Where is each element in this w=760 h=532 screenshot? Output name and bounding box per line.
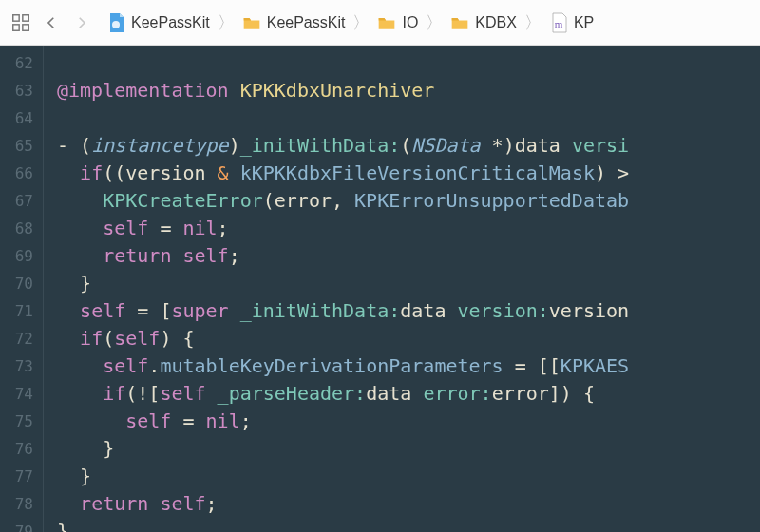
code-line[interactable]: - (instancetype)_initWithData:(NSData *)… [57,132,629,160]
line-number: 79 [6,518,33,532]
line-number: 68 [6,215,33,242]
svg-text:m: m [555,18,563,29]
code-line[interactable]: if((version & kKPKKdbxFileVersionCritica… [57,160,629,187]
chevron-right-icon: 〉 [424,11,445,34]
code-editor[interactable]: 626364656667686970717273747576777879 @im… [0,46,760,532]
code-line[interactable]: } [57,463,629,490]
line-number: 78 [6,490,33,518]
breadcrumb-item-file[interactable]: m KP [545,10,598,36]
breadcrumb-label: KeePassKit [267,14,346,31]
code-line[interactable]: @implementation KPKKdbxUnarchiver [57,77,629,104]
line-gutter: 626364656667686970717273747576777879 [0,46,44,532]
line-number: 69 [6,242,33,270]
svg-rect-3 [23,24,28,29]
line-number: 62 [6,49,33,77]
breadcrumb-item-project[interactable]: KeePassKit [103,10,214,36]
code-line[interactable]: self = [super _initWithData:data version… [57,297,629,325]
forward-button[interactable] [68,10,95,36]
line-number: 75 [6,408,33,435]
code-line[interactable] [57,104,629,132]
svg-rect-0 [13,14,19,20]
line-number: 66 [6,160,33,187]
line-number: 74 [6,380,33,408]
code-line[interactable] [57,49,629,77]
code-line[interactable]: } [57,270,629,297]
line-number: 67 [6,187,33,215]
line-number: 64 [6,104,33,132]
chevron-right-icon: 〉 [216,11,237,34]
breadcrumb-label: IO [402,14,418,31]
code-line[interactable]: } [57,435,629,463]
line-number: 63 [6,77,33,104]
line-number: 65 [6,132,33,160]
line-number: 71 [6,297,33,325]
chevron-right-icon: 〉 [522,11,543,34]
folder-icon [377,11,396,34]
code-line[interactable]: } [57,518,629,532]
breadcrumb-label: KP [574,14,594,31]
line-number: 73 [6,352,33,380]
folder-icon [450,11,469,34]
breadcrumb-item-folder[interactable]: IO [373,10,422,36]
app-icon [106,11,125,34]
folder-icon [242,11,261,34]
toolbar: KeePassKit 〉 KeePassKit 〉 IO 〉 KDBX 〉 [0,0,760,46]
back-button[interactable] [38,10,65,36]
code-line[interactable]: if(self) { [57,325,629,352]
line-number: 76 [6,435,33,463]
svg-point-4 [112,21,120,28]
code-line[interactable]: return self; [57,490,629,518]
code-area[interactable]: @implementation KPKKdbxUnarchiver - (ins… [44,46,629,532]
line-number: 72 [6,325,33,352]
code-line[interactable]: self.mutableKeyDerivationParameters = [[… [57,352,629,380]
line-number: 77 [6,463,33,490]
breadcrumb: KeePassKit 〉 KeePassKit 〉 IO 〉 KDBX 〉 [103,10,598,36]
breadcrumb-label: KDBX [475,14,517,31]
breadcrumb-label: KeePassKit [131,14,210,31]
related-items-icon[interactable] [8,10,34,36]
code-line[interactable]: if(![self _parseHeader:data error:error]… [57,380,629,408]
chevron-right-icon: 〉 [351,11,371,34]
code-line[interactable]: KPKCreateError(error, KPKErrorUnsupporte… [57,187,629,215]
svg-rect-1 [23,14,28,20]
line-number: 70 [6,270,33,297]
code-line[interactable]: self = nil; [57,215,629,242]
svg-rect-2 [13,24,19,29]
breadcrumb-item-folder[interactable]: KDBX [446,10,521,36]
code-line[interactable]: return self; [57,242,629,270]
code-line[interactable]: self = nil; [57,408,629,435]
source-file-icon: m [549,11,568,34]
breadcrumb-item-folder[interactable]: KeePassKit [238,10,350,36]
